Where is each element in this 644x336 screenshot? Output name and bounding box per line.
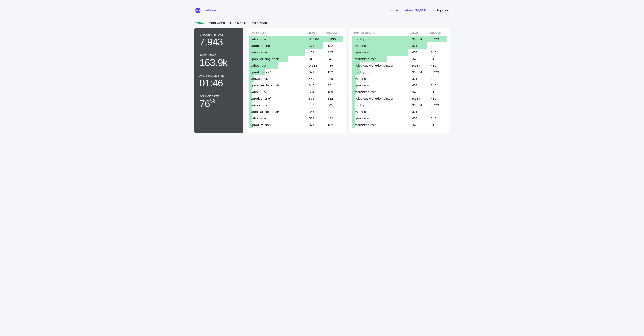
- current-visitors[interactable]: Current visitors: 34,386: [388, 8, 426, 13]
- table-row[interactable]: /popular-blog-post/34534: [249, 56, 344, 62]
- cell-uniques: 34: [328, 56, 344, 62]
- cell-views-text: 584: [309, 90, 314, 94]
- cell-uniques: 5,439: [431, 102, 447, 108]
- cell-name: /newsletter/: [249, 102, 309, 108]
- cell-name-text: pjrvs.com: [354, 51, 368, 54]
- col-head-referrers: TOP REFERRERS: [354, 32, 411, 34]
- table-row[interactable]: pjrvs.com453345: [352, 115, 447, 122]
- cell-uniques: 439: [328, 89, 344, 95]
- table-row[interactable]: /about-us/584439: [249, 89, 344, 95]
- cell-name-text: /product-one/: [251, 97, 271, 101]
- cell-views: 345: [412, 56, 431, 62]
- top-pages-rows: /about-us/39,5845,439/product-one/371132…: [249, 36, 344, 128]
- cell-name-text: /popular-blog-post/: [251, 57, 279, 61]
- cell-uniques: 345: [328, 49, 344, 56]
- table-row[interactable]: /product-one/371132: [249, 122, 344, 128]
- top-referrers-rows: mc4wp.com39,5845,439twitter.com371132pjr…: [352, 36, 447, 128]
- table-row[interactable]: /newsletter/453345: [249, 49, 344, 56]
- cell-views: 371: [309, 122, 328, 128]
- table-row[interactable]: ridiculouslylongdomain.com9,584439: [352, 62, 447, 69]
- tab-this-month[interactable]: THIS MONTH: [230, 22, 248, 25]
- cell-views-text: 345: [309, 84, 314, 87]
- table-row[interactable]: /newsletter/453345: [249, 102, 344, 108]
- cell-name-text: mailchimp.com: [354, 57, 376, 61]
- table-row[interactable]: mailchimp.com34534: [352, 122, 447, 128]
- sign-out-link[interactable]: Sign out: [436, 8, 449, 13]
- cell-uniques-text: 345: [431, 51, 436, 54]
- top-referrers-card: TOP REFERRERS VIEWS UNIQUES mc4wp.com39,…: [350, 28, 450, 133]
- cell-views: 39,584: [309, 36, 328, 42]
- cell-name: /about-us/: [249, 62, 309, 69]
- cell-views: 371: [412, 75, 431, 82]
- cell-name: /about-us/: [249, 115, 309, 122]
- cell-views: 39,584: [412, 36, 431, 42]
- brand[interactable]: Fathom: [195, 8, 216, 13]
- cell-views-text: 453: [309, 77, 314, 81]
- table-row[interactable]: /newsletter/453345: [249, 75, 344, 82]
- cell-name-text: /popular-blog-post/: [251, 84, 279, 87]
- table-row[interactable]: /about-us/9,584439: [249, 62, 344, 69]
- table-row[interactable]: mailchimp.com34534: [352, 56, 447, 62]
- table-row[interactable]: ridiculouslylongdomain.com9,584439: [352, 95, 447, 102]
- table-row[interactable]: twitter.com371132: [352, 42, 447, 49]
- cell-uniques-text: 439: [328, 117, 333, 120]
- cell-views-text: 9,584: [309, 64, 317, 68]
- cell-name: /product-one/: [249, 69, 309, 75]
- table-row[interactable]: /about-us/39,5845,439: [249, 36, 344, 42]
- cell-views-text: 371: [309, 70, 314, 74]
- table-row[interactable]: pjrvs.com453345: [352, 82, 447, 89]
- cell-views-text: 39,584: [412, 70, 422, 74]
- table-row[interactable]: /product-one/371132: [249, 42, 344, 49]
- cell-views-text: 39,584: [309, 37, 319, 41]
- current-visitors-label: Current visitors:: [388, 8, 414, 12]
- cell-views: 584: [309, 115, 328, 122]
- summary-stats-card: UNIQUE VISITORS 7,943 PAGE VIEWS 163.9k …: [194, 28, 243, 133]
- cell-name: twitter.com: [352, 108, 412, 115]
- table-row[interactable]: mc4wp.com39,5845,439: [352, 102, 447, 108]
- cell-views: 345: [309, 82, 328, 89]
- col-head-uniques: UNIQUES: [430, 32, 446, 34]
- cell-name: /popular-blog-post/: [249, 82, 309, 89]
- table-row[interactable]: twitter.com371132: [352, 75, 447, 82]
- tab-today[interactable]: TODAY: [195, 22, 205, 25]
- table-row[interactable]: mc4wp.com39,5845,439: [352, 69, 447, 75]
- cell-views-text: 453: [309, 51, 314, 54]
- header: Fathom Current visitors: 34,386 · Sign o…: [194, 8, 450, 22]
- cell-views: 345: [309, 56, 328, 62]
- cell-uniques-text: 5,439: [431, 37, 439, 41]
- cell-uniques: 132: [328, 69, 344, 75]
- top-pages-card: TOP PAGES VIEWS UNIQUES /about-us/39,584…: [246, 28, 346, 133]
- table-row[interactable]: /about-us/584439: [249, 115, 344, 122]
- cell-name-text: /newsletter/: [251, 51, 268, 54]
- cell-uniques-text: 132: [328, 97, 333, 101]
- table-row[interactable]: /popular-blog-post/34534: [249, 108, 344, 115]
- table-row[interactable]: mc4wp.com39,5845,439: [352, 36, 447, 42]
- tab-this-year[interactable]: THIS YEAR: [252, 22, 267, 25]
- stat-label: AVG TIME ON SITE: [200, 74, 238, 77]
- separator-dot: ·: [430, 8, 432, 13]
- table-row[interactable]: pjrvs.com453345: [352, 49, 447, 56]
- cell-name: /newsletter/: [249, 49, 309, 56]
- cell-views-text: 371: [412, 44, 418, 48]
- cell-name: pjrvs.com: [352, 82, 412, 89]
- col-head-views: VIEWS: [308, 32, 326, 34]
- table-row[interactable]: /product-one/371132: [249, 69, 344, 75]
- table-row[interactable]: /product-one/371132: [249, 95, 344, 102]
- cell-uniques-text: 5,439: [431, 70, 439, 74]
- cell-uniques-text: 34: [431, 57, 434, 61]
- table-row[interactable]: mailchimp.com34534: [352, 89, 447, 95]
- col-head-pages: TOP PAGES: [250, 32, 308, 34]
- cell-uniques: 5,439: [431, 36, 447, 42]
- cell-views: 39,584: [412, 69, 431, 75]
- cell-name: pjrvs.com: [352, 49, 412, 56]
- table-row[interactable]: twitter.com371132: [352, 108, 447, 115]
- cell-uniques: 345: [431, 115, 447, 122]
- cell-uniques-text: 34: [328, 110, 331, 114]
- cell-views: 453: [412, 49, 431, 56]
- cell-uniques: 34: [431, 122, 447, 128]
- tab-this-week[interactable]: THIS WEEK: [210, 22, 225, 25]
- cell-views-text: 371: [412, 77, 418, 81]
- table-row[interactable]: /popular-blog-post/34534: [249, 82, 344, 89]
- cell-uniques: 34: [328, 82, 344, 89]
- stat-value: 7,943: [200, 37, 238, 48]
